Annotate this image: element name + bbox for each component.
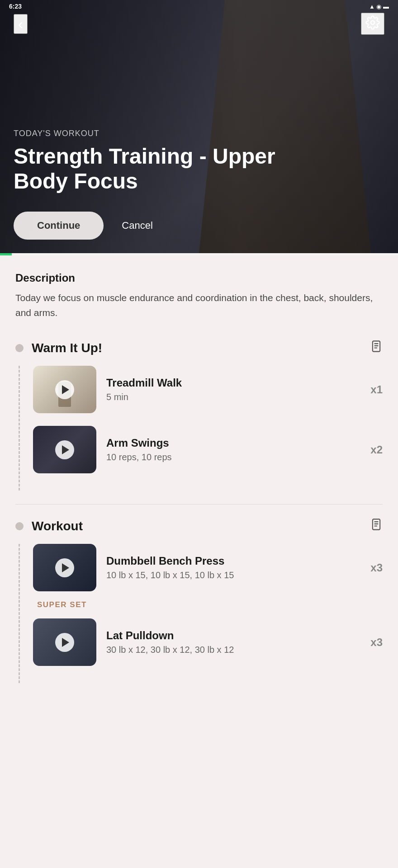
- description-section: Description Today we focus on muscle end…: [15, 272, 383, 320]
- exercise-info: Dumbbell Bench Press 10 lb x 15, 10 lb x…: [106, 555, 360, 580]
- cancel-button[interactable]: Cancel: [122, 220, 152, 231]
- treadmill-thumbnail[interactable]: [33, 366, 96, 413]
- status-icons: ▲ ◉ ▬: [369, 3, 389, 10]
- hero-label: Today's Workout: [14, 129, 384, 138]
- play-icon: [62, 563, 69, 572]
- exercise-name: Arm Swings: [106, 437, 360, 449]
- exercise-item: Arm Swings 10 reps, 10 reps x2: [33, 426, 383, 473]
- exercise-name: Dumbbell Bench Press: [106, 555, 360, 567]
- warmup-notes-icon[interactable]: [370, 340, 383, 356]
- warmup-body: Treadmill Walk 5 min x1 Arm Swings 10 re…: [19, 366, 383, 491]
- workout-notes-icon[interactable]: [370, 518, 383, 534]
- continue-button[interactable]: Continue: [14, 212, 104, 240]
- warmup-title: Warm It Up!: [32, 341, 362, 355]
- hero-top-bar: ‹: [14, 13, 384, 35]
- exercise-info: Lat Pulldown 30 lb x 12, 30 lb x 12, 30 …: [106, 629, 360, 655]
- workout-section: Workout Dumbbell Bench Pres: [15, 518, 383, 683]
- exercise-name: Lat Pulldown: [106, 629, 360, 642]
- exercise-info: Arm Swings 10 reps, 10 reps: [106, 437, 360, 462]
- description-heading: Description: [15, 272, 383, 284]
- workout-title: Workout: [32, 519, 362, 533]
- status-bar: 6:23 ▲ ◉ ▬: [0, 0, 398, 13]
- hero-title: Strength Training - Upper Body Focus: [14, 144, 285, 193]
- superset-label: SUPER SET: [37, 600, 383, 609]
- play-icon: [62, 385, 69, 394]
- exercise-item: Lat Pulldown 30 lb x 12, 30 lb x 12, 30 …: [33, 618, 383, 666]
- hero-actions: Continue Cancel: [14, 212, 384, 240]
- exercise-detail: 10 lb x 15, 10 lb x 15, 10 lb x 15: [106, 570, 360, 580]
- dumbbell-thumbnail[interactable]: [33, 544, 96, 591]
- description-text: Today we focus on muscle endurance and c…: [15, 291, 383, 320]
- warmup-dot: [15, 344, 24, 352]
- exercise-detail: 30 lb x 12, 30 lb x 12, 30 lb x 12: [106, 645, 360, 655]
- svg-rect-5: [373, 519, 380, 529]
- exercise-info: Treadmill Walk 5 min: [106, 377, 360, 402]
- workout-header: Workout: [15, 518, 383, 534]
- play-button[interactable]: [55, 558, 74, 577]
- play-button[interactable]: [55, 380, 74, 399]
- status-time: 6:23: [9, 3, 22, 10]
- exercise-reps: x3: [370, 636, 383, 649]
- workout-dot: [15, 522, 24, 530]
- section-divider: [15, 504, 383, 505]
- main-content: Description Today we focus on muscle end…: [0, 255, 398, 716]
- play-button[interactable]: [55, 440, 74, 459]
- exercise-detail: 5 min: [106, 392, 360, 402]
- play-icon: [62, 445, 69, 454]
- exercise-reps: x3: [370, 561, 383, 574]
- warmup-section: Warm It Up! Treadmill Walk: [15, 340, 383, 491]
- play-button[interactable]: [55, 633, 74, 652]
- exercise-reps: x2: [370, 443, 383, 456]
- svg-rect-1: [373, 341, 380, 351]
- settings-button[interactable]: [361, 13, 384, 35]
- exercise-item: Dumbbell Bench Press 10 lb x 15, 10 lb x…: [33, 544, 383, 591]
- back-button[interactable]: ‹: [14, 14, 28, 34]
- hero-section: 6:23 ▲ ◉ ▬ ‹ Today's Workout Strength Tr…: [0, 0, 398, 253]
- warmup-header: Warm It Up!: [15, 340, 383, 356]
- hero-content: ‹ Today's Workout Strength Training - Up…: [0, 0, 398, 253]
- exercise-name: Treadmill Walk: [106, 377, 360, 389]
- exercise-item: Treadmill Walk 5 min x1: [33, 366, 383, 413]
- latpulldown-thumbnail[interactable]: [33, 618, 96, 666]
- svg-point-0: [371, 21, 374, 24]
- play-icon: [62, 638, 69, 647]
- workout-body: Dumbbell Bench Press 10 lb x 15, 10 lb x…: [19, 544, 383, 683]
- armswings-thumbnail[interactable]: [33, 426, 96, 473]
- exercise-detail: 10 reps, 10 reps: [106, 452, 360, 462]
- exercise-reps: x1: [370, 383, 383, 396]
